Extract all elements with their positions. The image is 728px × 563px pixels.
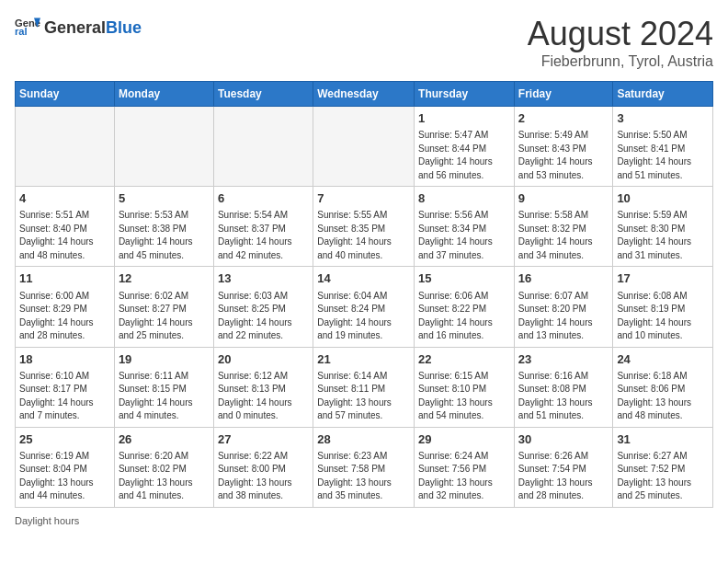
week-row-1: 4Sunrise: 5:51 AM Sunset: 8:40 PM Daylig… <box>16 187 713 267</box>
calendar-cell: 27Sunrise: 6:22 AM Sunset: 8:00 PM Dayli… <box>213 427 313 507</box>
day-info: Sunrise: 5:47 AM Sunset: 8:44 PM Dayligh… <box>418 129 510 182</box>
calendar-cell: 29Sunrise: 6:24 AM Sunset: 7:56 PM Dayli… <box>415 427 515 507</box>
calendar-cell: 9Sunrise: 5:58 AM Sunset: 8:32 PM Daylig… <box>514 187 613 267</box>
day-number: 1 <box>418 110 510 127</box>
calendar-title: August 2024 <box>528 15 713 53</box>
day-number: 14 <box>317 270 410 287</box>
day-info: Sunrise: 6:15 AM Sunset: 8:10 PM Dayligh… <box>418 370 510 423</box>
page-header: Gene ral GeneralBlue August 2024 Fieberb… <box>15 15 713 70</box>
day-info: Sunrise: 5:51 AM Sunset: 8:40 PM Dayligh… <box>19 209 110 262</box>
day-info: Sunrise: 6:04 AM Sunset: 8:24 PM Dayligh… <box>317 290 410 343</box>
day-number: 30 <box>518 431 609 448</box>
calendar-cell: 11Sunrise: 6:00 AM Sunset: 8:29 PM Dayli… <box>16 267 115 347</box>
calendar-cell: 8Sunrise: 5:56 AM Sunset: 8:34 PM Daylig… <box>415 187 515 267</box>
day-info: Sunrise: 6:20 AM Sunset: 8:02 PM Dayligh… <box>119 450 210 503</box>
calendar-cell: 6Sunrise: 5:54 AM Sunset: 8:37 PM Daylig… <box>213 187 313 267</box>
day-info: Sunrise: 5:49 AM Sunset: 8:43 PM Dayligh… <box>518 129 609 182</box>
weekday-header-saturday: Saturday <box>613 82 713 107</box>
day-number: 8 <box>418 190 510 207</box>
week-row-0: 1Sunrise: 5:47 AM Sunset: 8:44 PM Daylig… <box>16 107 713 187</box>
calendar-cell: 25Sunrise: 6:19 AM Sunset: 8:04 PM Dayli… <box>16 427 115 507</box>
day-number: 9 <box>518 190 609 207</box>
footer-text: Daylight hours <box>15 515 79 526</box>
calendar-cell: 4Sunrise: 5:51 AM Sunset: 8:40 PM Daylig… <box>16 187 115 267</box>
calendar-cell: 5Sunrise: 5:53 AM Sunset: 8:38 PM Daylig… <box>114 187 213 267</box>
calendar-cell: 20Sunrise: 6:12 AM Sunset: 8:13 PM Dayli… <box>213 347 313 427</box>
day-info: Sunrise: 5:58 AM Sunset: 8:32 PM Dayligh… <box>518 209 609 262</box>
week-row-2: 11Sunrise: 6:00 AM Sunset: 8:29 PM Dayli… <box>16 267 713 347</box>
calendar-cell: 28Sunrise: 6:23 AM Sunset: 7:58 PM Dayli… <box>313 427 415 507</box>
day-info: Sunrise: 6:19 AM Sunset: 8:04 PM Dayligh… <box>19 450 110 503</box>
day-number: 13 <box>218 270 309 287</box>
day-info: Sunrise: 6:10 AM Sunset: 8:17 PM Dayligh… <box>19 370 110 423</box>
day-info: Sunrise: 6:12 AM Sunset: 8:13 PM Dayligh… <box>218 370 309 423</box>
day-number: 16 <box>518 270 609 287</box>
calendar-table: SundayMondayTuesdayWednesdayThursdayFrid… <box>15 81 713 508</box>
day-info: Sunrise: 6:00 AM Sunset: 8:29 PM Dayligh… <box>19 290 110 343</box>
calendar-cell: 3Sunrise: 5:50 AM Sunset: 8:41 PM Daylig… <box>613 107 713 187</box>
day-number: 5 <box>119 190 210 207</box>
calendar-cell: 23Sunrise: 6:16 AM Sunset: 8:08 PM Dayli… <box>514 347 613 427</box>
week-row-3: 18Sunrise: 6:10 AM Sunset: 8:17 PM Dayli… <box>16 347 713 427</box>
day-number: 18 <box>19 351 110 368</box>
week-row-4: 25Sunrise: 6:19 AM Sunset: 8:04 PM Dayli… <box>16 427 713 507</box>
weekday-header-row: SundayMondayTuesdayWednesdayThursdayFrid… <box>16 82 713 107</box>
calendar-cell: 19Sunrise: 6:11 AM Sunset: 8:15 PM Dayli… <box>114 347 213 427</box>
day-info: Sunrise: 6:26 AM Sunset: 7:54 PM Dayligh… <box>518 450 609 503</box>
calendar-cell: 15Sunrise: 6:06 AM Sunset: 8:22 PM Dayli… <box>415 267 515 347</box>
day-info: Sunrise: 6:11 AM Sunset: 8:15 PM Dayligh… <box>119 370 210 423</box>
logo-icon: Gene ral <box>15 15 40 40</box>
day-number: 21 <box>317 351 410 368</box>
calendar-subtitle: Fieberbrunn, Tyrol, Austria <box>528 53 713 70</box>
calendar-cell: 22Sunrise: 6:15 AM Sunset: 8:10 PM Dayli… <box>415 347 515 427</box>
day-info: Sunrise: 6:16 AM Sunset: 8:08 PM Dayligh… <box>518 370 609 423</box>
day-info: Sunrise: 5:53 AM Sunset: 8:38 PM Dayligh… <box>119 209 210 262</box>
day-info: Sunrise: 5:50 AM Sunset: 8:41 PM Dayligh… <box>617 129 709 182</box>
calendar-cell: 18Sunrise: 6:10 AM Sunset: 8:17 PM Dayli… <box>16 347 115 427</box>
day-info: Sunrise: 5:55 AM Sunset: 8:35 PM Dayligh… <box>317 209 410 262</box>
day-info: Sunrise: 5:54 AM Sunset: 8:37 PM Dayligh… <box>218 209 309 262</box>
day-info: Sunrise: 6:27 AM Sunset: 7:52 PM Dayligh… <box>617 450 709 503</box>
day-number: 11 <box>19 270 110 287</box>
day-number: 19 <box>119 351 210 368</box>
day-info: Sunrise: 5:56 AM Sunset: 8:34 PM Dayligh… <box>418 209 510 262</box>
day-info: Sunrise: 6:08 AM Sunset: 8:19 PM Dayligh… <box>617 290 709 343</box>
day-info: Sunrise: 6:22 AM Sunset: 8:00 PM Dayligh… <box>218 450 309 503</box>
calendar-cell: 24Sunrise: 6:18 AM Sunset: 8:06 PM Dayli… <box>613 347 713 427</box>
calendar-cell <box>313 107 415 187</box>
day-info: Sunrise: 6:02 AM Sunset: 8:27 PM Dayligh… <box>119 290 210 343</box>
calendar-cell: 12Sunrise: 6:02 AM Sunset: 8:27 PM Dayli… <box>114 267 213 347</box>
day-number: 26 <box>119 431 210 448</box>
day-number: 24 <box>617 351 709 368</box>
calendar-cell: 26Sunrise: 6:20 AM Sunset: 8:02 PM Dayli… <box>114 427 213 507</box>
calendar-cell: 30Sunrise: 6:26 AM Sunset: 7:54 PM Dayli… <box>514 427 613 507</box>
calendar-cell: 13Sunrise: 6:03 AM Sunset: 8:25 PM Dayli… <box>213 267 313 347</box>
day-info: Sunrise: 6:03 AM Sunset: 8:25 PM Dayligh… <box>218 290 309 343</box>
weekday-header-monday: Monday <box>114 82 213 107</box>
day-info: Sunrise: 6:14 AM Sunset: 8:11 PM Dayligh… <box>317 370 410 423</box>
calendar-cell: 7Sunrise: 5:55 AM Sunset: 8:35 PM Daylig… <box>313 187 415 267</box>
day-number: 20 <box>218 351 309 368</box>
day-number: 3 <box>617 110 709 127</box>
day-number: 22 <box>418 351 510 368</box>
day-number: 12 <box>119 270 210 287</box>
day-number: 4 <box>19 190 110 207</box>
day-info: Sunrise: 6:06 AM Sunset: 8:22 PM Dayligh… <box>418 290 510 343</box>
weekday-header-friday: Friday <box>514 82 613 107</box>
day-number: 7 <box>317 190 410 207</box>
calendar-cell: 21Sunrise: 6:14 AM Sunset: 8:11 PM Dayli… <box>313 347 415 427</box>
day-number: 31 <box>617 431 709 448</box>
calendar-cell: 16Sunrise: 6:07 AM Sunset: 8:20 PM Dayli… <box>514 267 613 347</box>
day-info: Sunrise: 6:24 AM Sunset: 7:56 PM Dayligh… <box>418 450 510 503</box>
weekday-header-tuesday: Tuesday <box>213 82 313 107</box>
day-number: 15 <box>418 270 510 287</box>
day-info: Sunrise: 6:07 AM Sunset: 8:20 PM Dayligh… <box>518 290 609 343</box>
logo: Gene ral GeneralBlue <box>15 15 142 40</box>
logo-text-general: General <box>44 18 106 37</box>
calendar-cell <box>114 107 213 187</box>
day-number: 6 <box>218 190 309 207</box>
calendar-cell: 31Sunrise: 6:27 AM Sunset: 7:52 PM Dayli… <box>613 427 713 507</box>
day-number: 17 <box>617 270 709 287</box>
day-number: 10 <box>617 190 709 207</box>
weekday-header-sunday: Sunday <box>16 82 115 107</box>
